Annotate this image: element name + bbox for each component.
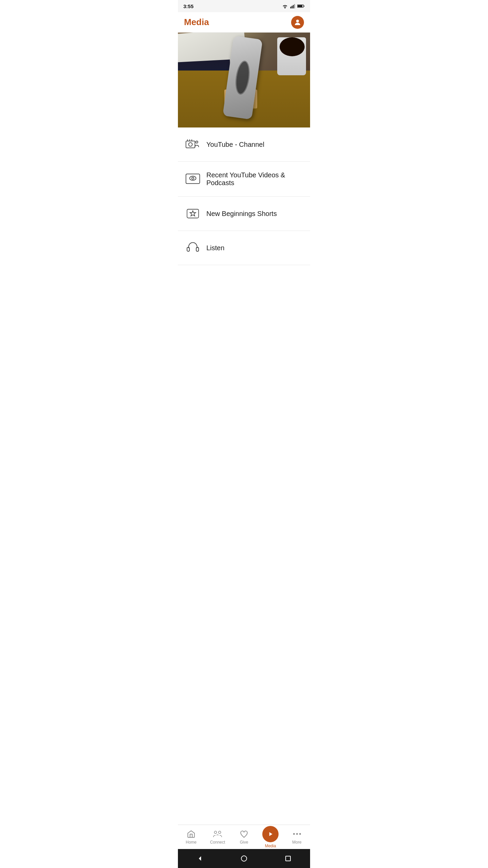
star-ticket-icon	[185, 206, 200, 221]
back-button[interactable]	[193, 852, 207, 865]
bottom-navigation: Home Connect Give Media	[178, 825, 310, 849]
status-time: 3:55	[183, 3, 194, 9]
more-nav-label: More	[292, 840, 301, 845]
menu-item-listen[interactable]: Listen	[178, 231, 310, 265]
connect-nav-label: Connect	[210, 840, 225, 845]
connect-icon	[213, 830, 222, 839]
nav-item-give[interactable]: Give	[231, 827, 257, 847]
svg-point-21	[219, 831, 221, 833]
shorts-label: New Beginnings Shorts	[206, 210, 277, 218]
menu-list: YouTube - Channel Recent YouTube Videos …	[178, 127, 310, 825]
more-dots-icon	[293, 830, 301, 839]
svg-point-15	[190, 176, 196, 180]
play-icon	[267, 831, 274, 837]
media-nav-label: Media	[265, 844, 276, 848]
listen-label: Listen	[206, 244, 224, 252]
nav-item-more[interactable]: More	[284, 827, 310, 847]
svg-point-9	[188, 143, 192, 146]
recents-square-icon	[285, 856, 291, 861]
recent-videos-label: Recent YouTube Videos & Podcasts	[206, 171, 303, 187]
back-arrow-icon	[197, 855, 203, 862]
svg-point-7	[296, 20, 299, 22]
status-bar: 3:55	[178, 0, 310, 12]
svg-point-20	[214, 831, 217, 833]
home-circle-icon	[241, 855, 247, 862]
svg-rect-6	[298, 5, 302, 7]
wifi-icon	[282, 4, 288, 8]
svg-rect-8	[186, 141, 195, 148]
profile-avatar-button[interactable]	[291, 16, 304, 29]
svg-rect-1	[291, 6, 292, 8]
home-icon	[187, 830, 196, 839]
coffee-inner	[280, 37, 305, 56]
page-title: Media	[184, 17, 209, 27]
svg-point-16	[192, 177, 194, 179]
headphones-icon	[185, 240, 200, 255]
signal-icon	[290, 4, 295, 9]
give-heart-icon	[240, 830, 248, 839]
svg-marker-23	[199, 856, 201, 861]
header: Media	[178, 12, 310, 33]
user-icon	[293, 18, 302, 26]
svg-rect-14	[186, 174, 200, 183]
give-nav-label: Give	[240, 840, 248, 845]
media-active-button	[262, 826, 279, 842]
video-camera-icon	[185, 137, 200, 152]
svg-rect-0	[290, 6, 291, 8]
svg-rect-3	[294, 4, 295, 8]
hero-banner	[178, 33, 310, 127]
svg-marker-22	[269, 832, 272, 836]
nav-item-connect[interactable]: Connect	[204, 827, 231, 847]
svg-point-13	[196, 141, 198, 143]
home-button[interactable]	[237, 852, 251, 865]
youtube-channel-label: YouTube - Channel	[206, 141, 264, 149]
android-nav-bar	[178, 849, 310, 868]
nav-item-media[interactable]: Media	[257, 823, 284, 851]
svg-marker-17	[190, 211, 196, 216]
menu-item-shorts[interactable]: New Beginnings Shorts	[178, 197, 310, 231]
nav-item-home[interactable]: Home	[178, 827, 204, 847]
svg-rect-5	[304, 5, 304, 6]
status-icons	[282, 4, 305, 9]
eye-screen-icon	[185, 172, 200, 186]
recents-button[interactable]	[281, 852, 295, 865]
svg-rect-2	[293, 5, 294, 8]
battery-icon	[297, 4, 305, 8]
menu-item-youtube-channel[interactable]: YouTube - Channel	[178, 127, 310, 162]
home-nav-label: Home	[186, 840, 197, 845]
menu-item-recent-videos[interactable]: Recent YouTube Videos & Podcasts	[178, 162, 310, 197]
